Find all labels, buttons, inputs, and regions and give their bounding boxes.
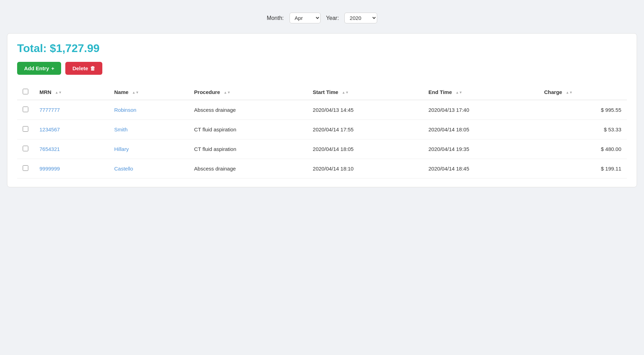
- table-row: 7777777 Robinson Abscess drainage 2020/0…: [17, 100, 627, 120]
- col-header-mrn[interactable]: MRN ▲▼: [34, 85, 109, 100]
- col-header-end-time[interactable]: End Time ▲▼: [423, 85, 539, 100]
- month-label: Month:: [267, 15, 284, 21]
- row-checkbox-cell: [17, 159, 34, 179]
- delete-button[interactable]: Delete 🗑: [65, 62, 102, 75]
- name-link[interactable]: Robinson: [114, 107, 136, 113]
- cell-start-time: 2020/04/14 17:55: [307, 120, 423, 139]
- cell-end-time: 2020/04/13 17:40: [423, 100, 539, 120]
- name-link[interactable]: Hillary: [114, 146, 129, 152]
- mrn-link[interactable]: 1234567: [39, 126, 60, 132]
- row-checkbox-0[interactable]: [23, 107, 28, 112]
- cell-procedure: Abscess drainage: [189, 100, 307, 120]
- cell-start-time: 2020/04/13 14:45: [307, 100, 423, 120]
- row-checkbox-cell: [17, 120, 34, 139]
- sort-icon-mrn: ▲▼: [55, 91, 62, 94]
- cell-charge: $ 480.00: [539, 139, 627, 159]
- sort-icon-name: ▲▼: [132, 91, 139, 94]
- action-row: Add Entry + Delete 🗑: [17, 62, 627, 75]
- year-label: Year:: [326, 15, 339, 21]
- table-row: 9999999 Castello Abscess drainage 2020/0…: [17, 159, 627, 179]
- cell-name: Castello: [109, 159, 189, 179]
- cell-end-time: 2020/04/14 18:45: [423, 159, 539, 179]
- name-link[interactable]: Castello: [114, 166, 133, 172]
- cell-charge: $ 995.55: [539, 100, 627, 120]
- col-header-procedure[interactable]: Procedure ▲▼: [189, 85, 307, 100]
- cell-procedure: CT fluid aspiration: [189, 120, 307, 139]
- cell-mrn: 9999999: [34, 159, 109, 179]
- mrn-link[interactable]: 7654321: [39, 146, 60, 152]
- year-select[interactable]: 2020 20182019 20212022: [344, 13, 377, 23]
- cell-charge: $ 199.11: [539, 159, 627, 179]
- entries-table: MRN ▲▼ Name ▲▼ Procedure ▲▼ Start Time ▲…: [17, 85, 627, 179]
- cell-end-time: 2020/04/14 19:35: [423, 139, 539, 159]
- row-checkbox-2[interactable]: [23, 146, 28, 151]
- month-select[interactable]: Apr JanFebMar MayJunJul AugSepOct NovDec: [290, 13, 321, 23]
- cell-procedure: Abscess drainage: [189, 159, 307, 179]
- mrn-link[interactable]: 9999999: [39, 166, 60, 172]
- cell-name: Smith: [109, 120, 189, 139]
- delete-label: Delete: [72, 65, 88, 71]
- select-all-checkbox[interactable]: [23, 89, 28, 94]
- cell-mrn: 7777777: [34, 100, 109, 120]
- cell-name: Hillary: [109, 139, 189, 159]
- cell-charge: $ 53.33: [539, 120, 627, 139]
- trash-icon: 🗑: [90, 65, 95, 71]
- col-header-name[interactable]: Name ▲▼: [109, 85, 189, 100]
- sort-icon-start-time: ▲▼: [342, 91, 349, 94]
- add-entry-label: Add Entry: [24, 65, 49, 71]
- row-checkbox-1[interactable]: [23, 126, 28, 132]
- name-link[interactable]: Smith: [114, 126, 127, 132]
- table-row: 7654321 Hillary CT fluid aspiration 2020…: [17, 139, 627, 159]
- sort-icon-charge: ▲▼: [566, 91, 573, 94]
- add-entry-button[interactable]: Add Entry +: [17, 62, 61, 75]
- row-checkbox-cell: [17, 100, 34, 120]
- sort-icon-procedure: ▲▼: [224, 91, 230, 94]
- cell-procedure: CT fluid aspiration: [189, 139, 307, 159]
- cell-start-time: 2020/04/14 18:10: [307, 159, 423, 179]
- row-checkbox-3[interactable]: [23, 165, 28, 171]
- filter-bar: Month: Apr JanFebMar MayJunJul AugSepOct…: [7, 7, 637, 29]
- cell-name: Robinson: [109, 100, 189, 120]
- cell-end-time: 2020/04/14 18:05: [423, 120, 539, 139]
- col-header-charge[interactable]: Charge ▲▼: [539, 85, 627, 100]
- total-display: Total: $1,727.99: [17, 42, 627, 55]
- main-card: Total: $1,727.99 Add Entry + Delete 🗑 MR…: [7, 33, 637, 187]
- select-all-header: [17, 85, 34, 100]
- cell-mrn: 7654321: [34, 139, 109, 159]
- cell-start-time: 2020/04/14 18:05: [307, 139, 423, 159]
- sort-icon-end-time: ▲▼: [455, 91, 462, 94]
- mrn-link[interactable]: 7777777: [39, 107, 60, 113]
- cell-mrn: 1234567: [34, 120, 109, 139]
- plus-icon: +: [51, 65, 54, 71]
- table-row: 1234567 Smith CT fluid aspiration 2020/0…: [17, 120, 627, 139]
- col-header-start-time[interactable]: Start Time ▲▼: [307, 85, 423, 100]
- row-checkbox-cell: [17, 139, 34, 159]
